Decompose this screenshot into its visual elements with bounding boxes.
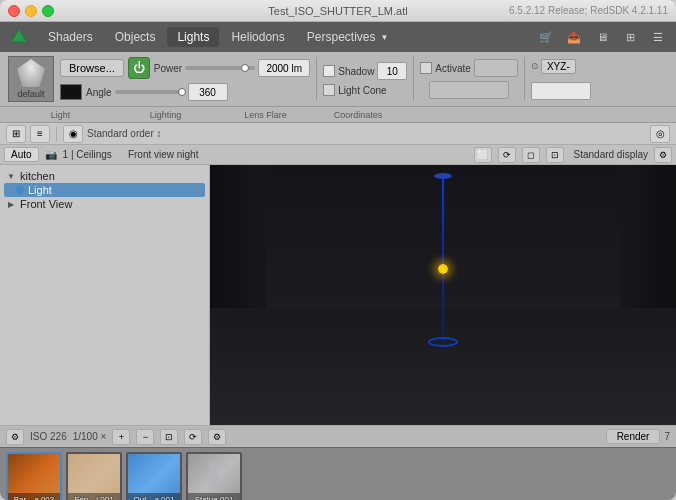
grid-icon[interactable]: ⊞	[620, 27, 640, 47]
status-right: Render 7	[606, 429, 670, 444]
light-beam	[442, 178, 444, 347]
view-name: Front view night	[128, 149, 199, 160]
thumbnail-0[interactable]: Bar…a 003	[6, 452, 62, 501]
list-toggle-button[interactable]: ≡	[30, 125, 50, 143]
traffic-lights	[8, 5, 54, 17]
content-area: ▼ kitchen Light ▶ Front View	[0, 165, 676, 425]
scene-tree: ▼ kitchen Light ▶ Front View	[0, 165, 209, 425]
angle-slider[interactable]	[115, 90, 185, 94]
light-floor-ring	[428, 337, 458, 347]
standard-order-label: Standard order ↕	[87, 128, 162, 139]
rotate-icon[interactable]: ⟳	[184, 429, 202, 445]
light-section-label: Light	[8, 110, 113, 120]
power-slider-group: Power	[154, 59, 310, 77]
fit-icon[interactable]: ⊡	[160, 429, 178, 445]
close-button[interactable]	[8, 5, 20, 17]
viewport-label-bar: Auto 📷 1 | Ceilings Front view night ⬜ ⟳…	[0, 145, 676, 165]
fraction-label: 1/100 ×	[73, 431, 107, 442]
iso-label: ISO 226	[30, 431, 67, 442]
cart-icon[interactable]: 🛒	[536, 27, 556, 47]
tree-item-light[interactable]: Light	[4, 183, 205, 197]
thumbnail-1[interactable]: Fen…i 001	[66, 452, 122, 501]
main-nav: Shaders Objects Lights Heliodons Perspec…	[0, 22, 676, 52]
nav-item-shaders[interactable]: Shaders	[38, 27, 103, 47]
power-slider[interactable]	[185, 66, 255, 70]
std-display-label: Standard display	[574, 149, 649, 160]
shadow-checkbox[interactable]	[323, 65, 335, 77]
lens-flare-section: Activate	[420, 59, 518, 99]
nav-item-lights[interactable]: Lights	[167, 27, 219, 47]
settings2-icon[interactable]: ⚙	[208, 429, 226, 445]
angle-value[interactable]	[188, 83, 228, 101]
lens-flare-section-label: Lens Flare	[218, 110, 313, 120]
shadow-value[interactable]	[377, 62, 407, 80]
nav-item-perspectives[interactable]: Perspectives ▼	[297, 27, 399, 47]
coord-icon: ⊙	[531, 61, 539, 71]
left-panel: ▼ kitchen Light ▶ Front View	[0, 165, 210, 425]
maximize-button[interactable]	[42, 5, 54, 17]
thumbnail-2[interactable]: Out…a 001	[126, 452, 182, 501]
render-settings-icon[interactable]: ⚙	[6, 429, 24, 445]
nav-item-heliodons[interactable]: Heliodons	[221, 27, 294, 47]
xyz-dropdown: ⊙ XYZ-	[531, 59, 591, 74]
light-cone-group: Light Cone	[323, 84, 386, 96]
nav-item-objects[interactable]: Objects	[105, 27, 166, 47]
activate-checkbox[interactable]	[420, 62, 432, 74]
angle-thumb	[178, 88, 186, 96]
vp-icon-2[interactable]: ⟳	[498, 147, 516, 163]
tree-item-front-view[interactable]: ▶ Front View	[4, 197, 205, 211]
power-value[interactable]	[258, 59, 310, 77]
color-swatch[interactable]	[60, 84, 82, 100]
room-scene	[210, 165, 676, 425]
minimize-button[interactable]	[25, 5, 37, 17]
light-orb	[438, 264, 448, 274]
lens-flare-value	[474, 59, 518, 77]
vp-icon-4[interactable]: ⊡	[546, 147, 564, 163]
viewport-status-bar: ⚙ ISO 226 1/100 × + − ⊡ ⟳ ⚙ Render 7	[0, 425, 676, 447]
perspectives-dropdown-arrow: ▼	[381, 33, 389, 42]
vp-icon-1[interactable]: ⬜	[474, 147, 492, 163]
thumb-label-2: Out…a 001	[128, 493, 180, 501]
titlebar: Test_ISO_SHUTTER_LM.atl 6.5.2.12 Release…	[0, 0, 676, 22]
eye-button[interactable]: ◉	[63, 125, 83, 143]
camera-name: 1 | Ceilings	[63, 149, 112, 160]
svg-marker-0	[11, 29, 27, 42]
shadow-cone-controls: Shadow Light Cone	[323, 62, 407, 96]
thumbnail-strip: Bar…a 003 Fen…i 001 Out…a 001 Statue 001	[0, 447, 676, 500]
tree-toggle-button[interactable]: ⊞	[6, 125, 26, 143]
light-preview: default	[8, 56, 54, 102]
version-label: 6.5.2.12 Release; RedSDK 4.2.1.11	[509, 5, 668, 16]
render-button[interactable]: Render	[606, 429, 661, 444]
status-left: ⚙ ISO 226 1/100 × + − ⊡ ⟳ ⚙	[6, 429, 226, 445]
thumbnail-3[interactable]: Statue 001	[186, 452, 242, 501]
visibility-button[interactable]: ◎	[650, 125, 670, 143]
nav-icon-buttons: 🛒 📤 🖥 ⊞ ☰	[536, 27, 668, 47]
lighting-section-label: Lighting	[113, 110, 218, 120]
angle-slider-group: Angle	[86, 83, 228, 101]
thumb-label-1: Fen…i 001	[68, 493, 120, 501]
viewport[interactable]	[210, 165, 676, 425]
power-button[interactable]: ⏻	[128, 57, 150, 79]
auto-button[interactable]: Auto	[4, 147, 39, 162]
browse-button[interactable]: Browse...	[60, 59, 124, 77]
settings-icon[interactable]: ☰	[648, 27, 668, 47]
tree-label-view: Front View	[20, 198, 72, 210]
light-cone-checkbox[interactable]	[323, 84, 335, 96]
monitor-icon[interactable]: 🖥	[592, 27, 612, 47]
thumb-label-3: Statue 001	[188, 493, 240, 501]
power-thumb	[241, 64, 249, 72]
page-number: 7	[664, 431, 670, 442]
coord-input[interactable]	[531, 82, 591, 100]
zoom-out-icon[interactable]: −	[136, 429, 154, 445]
tree-label-light: Light	[28, 184, 52, 196]
lights-toolbar: default Browse... ⏻ Power Angle	[0, 52, 676, 107]
tree-item-kitchen[interactable]: ▼ kitchen	[4, 169, 205, 183]
viewport-right-controls: ⬜ ⟳ ◻ ⊡ Standard display ⚙	[474, 147, 673, 163]
vp-icon-3[interactable]: ◻	[522, 147, 540, 163]
light-cone-label: Light Cone	[338, 85, 386, 96]
light-dot-icon	[16, 186, 24, 194]
export-icon[interactable]: 📤	[564, 27, 584, 47]
vp-settings[interactable]: ⚙	[654, 147, 672, 163]
xyz-button[interactable]: XYZ-	[541, 59, 576, 74]
zoom-in-icon[interactable]: +	[112, 429, 130, 445]
